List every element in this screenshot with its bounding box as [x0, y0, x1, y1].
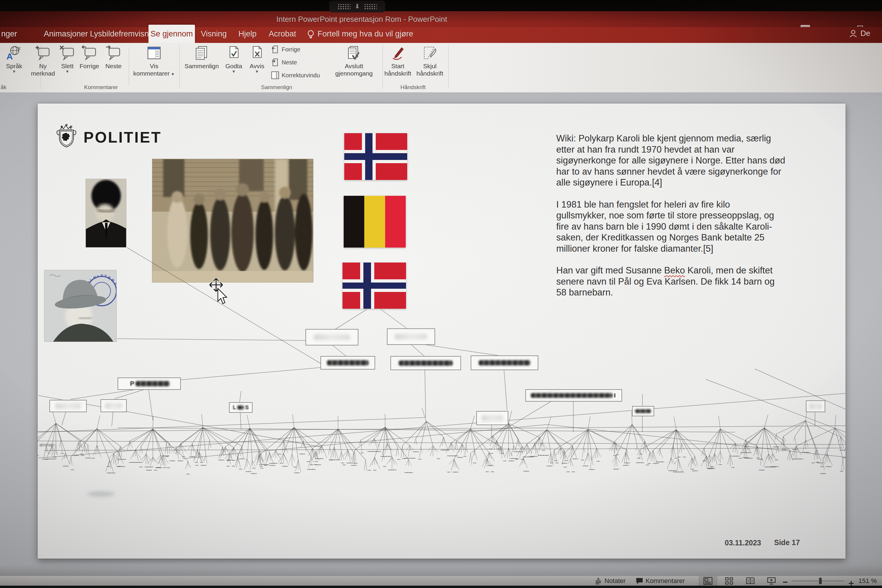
book-icon — [746, 577, 755, 585]
slett-button[interactable]: Slett ▼ — [58, 45, 76, 73]
dot-grid-icon — [364, 3, 377, 9]
tree-box-redacted[interactable] — [321, 356, 375, 369]
politiet-logo-text: POLITIET — [84, 129, 162, 146]
forrige-kommentar-button[interactable]: Forrige — [77, 45, 102, 70]
screen-share-pill[interactable]: ⬇ — [329, 1, 385, 12]
tab-animasjoner[interactable]: Animasjoner — [44, 29, 88, 39]
avslutt-gjennomgang-button[interactable]: Avslutt gjennomgang — [334, 45, 374, 77]
hat-man-photo[interactable]: M I N I S T E R A — [44, 270, 117, 343]
politiet-logo[interactable]: POLITIET — [55, 124, 162, 150]
tab-acrobat[interactable]: Acrobat — [269, 29, 296, 39]
presentation-screen-icon — [767, 577, 776, 585]
arrow-down-icon: ⬇ — [355, 3, 360, 9]
end-review-icon — [346, 45, 362, 61]
tree-box[interactable] — [387, 328, 435, 345]
grid-view-icon — [725, 577, 733, 585]
reject-x-icon — [249, 45, 265, 61]
spellcheck-flagged-word: Beko — [664, 265, 685, 276]
tree-box-redacted[interactable] — [390, 356, 461, 370]
norway-flag-top[interactable] — [344, 133, 407, 180]
account-signin[interactable]: De — [849, 29, 870, 38]
dot-grid-icon — [338, 3, 351, 9]
translate-language-icon: 字 A — [6, 45, 22, 61]
tree-box-redacted[interactable] — [632, 406, 654, 416]
paragraph-1: Wiki: Polykarp Karoli ble kjent gjennom … — [556, 133, 824, 188]
slideshow-view-button[interactable] — [762, 576, 781, 586]
neste-kommentar-button[interactable]: Neste — [103, 45, 124, 70]
start-handskrift-button[interactable]: Start håndskrift — [383, 45, 412, 77]
police-crest-icon — [55, 124, 78, 150]
screen-bezel-top — [0, 0, 882, 11]
lightbulb-icon — [307, 30, 315, 39]
tree-box-redacted[interactable] — [471, 356, 538, 370]
comments-pane-icon — [146, 45, 162, 61]
slide-footer-page: Side 17 — [774, 538, 800, 547]
sammenlign-button[interactable]: Sammenlign — [182, 45, 221, 70]
slide-canvas[interactable]: POLITIET — [38, 104, 846, 559]
paragraph-2: I 1981 ble han fengslet for heleri av fi… — [556, 199, 824, 254]
compare-documents-icon — [194, 45, 210, 61]
status-bar: Notater Kommentarer − ＋ 151 % — [0, 576, 882, 586]
tab-overganger-partial[interactable]: nger — [1, 29, 17, 39]
neste-endring-button[interactable]: Neste — [271, 58, 297, 66]
ink-pen-icon — [390, 45, 406, 61]
tree-tiny-label: arnman — [39, 442, 54, 447]
blurred-smudge — [87, 491, 115, 497]
godta-button[interactable]: Godta ▼ — [223, 45, 244, 73]
zoom-level[interactable]: 151 % — [858, 577, 877, 585]
normal-view-button[interactable] — [699, 576, 717, 586]
reading-view-button[interactable] — [741, 576, 760, 586]
photographed-laptop-screen: Intern PowerPoint presentasjon Rom - Pow… — [0, 0, 882, 588]
group-label-kommentarer: Kommentarer — [84, 84, 118, 90]
tree-box[interactable] — [50, 400, 87, 412]
ribbon-tab-row: nger Animasjoner Lysbildefremvisning Se … — [0, 27, 882, 43]
group-label-handskrift: Håndskrift — [400, 84, 426, 90]
tab-visning[interactable]: Visning — [201, 29, 226, 39]
slide-footer-date: 03.11.2023 — [725, 538, 761, 547]
dropdown-arrow-icon: ▼ — [223, 70, 244, 73]
norway-flag-bottom[interactable] — [342, 262, 406, 309]
screen-bezel-bottom — [0, 586, 882, 588]
zoom-slider-track[interactable] — [792, 580, 844, 581]
svg-text:A: A — [6, 51, 13, 61]
tree-box-redacted[interactable]: P — [118, 378, 181, 390]
slide-sorter-view-button[interactable] — [720, 576, 738, 586]
group-photo[interactable] — [152, 159, 314, 284]
ny-merknad-button[interactable]: Ny merknad — [28, 45, 58, 77]
forrige-endring-button[interactable]: Forrige — [271, 45, 300, 54]
svg-text:字: 字 — [16, 46, 21, 52]
comment-bubble-icon — [636, 577, 643, 585]
sprak-button[interactable]: 字 A Språk ▼ — [0, 45, 28, 73]
tell-me-box[interactable]: Fortell meg hva du vil gjøre — [318, 29, 413, 39]
new-comment-icon — [35, 45, 51, 61]
tree-box[interactable] — [806, 400, 825, 412]
powerpoint-titlebar: Intern PowerPoint presentasjon Rom - Pow… — [0, 11, 882, 27]
tab-hjelp[interactable]: Hjelp — [238, 29, 256, 39]
tree-box-redacted[interactable]: I — [525, 389, 622, 402]
portrait-photo[interactable] — [86, 179, 126, 249]
tree-box-redacted[interactable]: LS — [229, 402, 252, 413]
belgium-flag[interactable] — [344, 196, 406, 248]
vis-kommentarer-button[interactable]: Vis kommentarer ▼ — [131, 45, 177, 77]
tab-se-gjennom-active[interactable]: Se gjennom — [148, 25, 195, 43]
avvis-button[interactable]: Avvis ▼ — [246, 45, 267, 73]
zoom-slider-thumb[interactable] — [819, 578, 822, 584]
previous-comment-icon — [81, 45, 98, 61]
dropdown-arrow-icon: ▼ — [246, 70, 267, 73]
comments-toggle[interactable]: Kommentarer — [636, 577, 685, 585]
notes-toggle[interactable]: Notater — [594, 577, 626, 585]
group-label-sprak: åk — [1, 84, 6, 90]
korrekturvindu-button[interactable]: Korrekturvindu — [271, 71, 320, 80]
next-comment-icon — [105, 45, 122, 61]
tree-box[interactable] — [476, 411, 508, 425]
accept-check-icon — [226, 45, 242, 61]
next-change-icon — [271, 58, 279, 66]
delete-comment-icon — [59, 45, 75, 61]
tree-box[interactable] — [306, 329, 358, 345]
previous-change-icon — [271, 45, 279, 54]
wiki-text-box[interactable]: Wiki: Polykarp Karoli ble kjent gjennom … — [556, 133, 824, 309]
skjul-handskrift-button[interactable]: Skjul håndskrift — [414, 45, 445, 77]
window-title: Intern PowerPoint presentasjon Rom - Pow… — [276, 15, 441, 24]
tree-box[interactable] — [100, 399, 127, 412]
reviewing-pane-icon — [271, 71, 279, 80]
